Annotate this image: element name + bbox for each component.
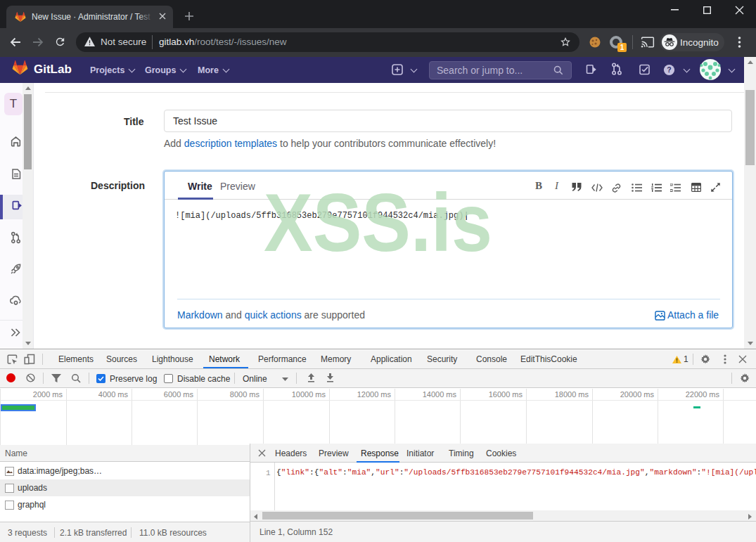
svg-text:?: ? [667, 65, 671, 74]
